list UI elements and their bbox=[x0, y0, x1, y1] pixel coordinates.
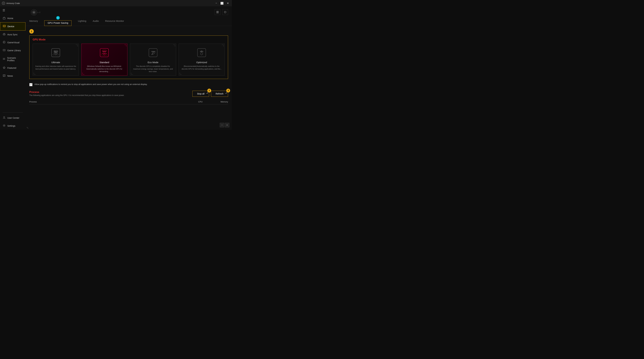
ultimate-icon: GPU bbox=[49, 46, 62, 59]
titlebar-left: R Armoury Crate bbox=[2, 1, 20, 5]
tab-gpu-power-saving[interactable]: c GPU Power Saving bbox=[44, 20, 72, 26]
gpu-card-eco-mode[interactable]: GPU Eco Mode The discrete GPU is complet… bbox=[130, 44, 176, 76]
notification-checkbox[interactable]: ✓ bbox=[29, 83, 32, 86]
stop-all-button[interactable]: Stop all 2 bbox=[192, 91, 209, 97]
header-icon-button-1[interactable] bbox=[215, 9, 220, 15]
process-title: Process bbox=[29, 91, 124, 94]
zoom-plus-button[interactable]: + bbox=[225, 123, 229, 127]
svg-marker-6 bbox=[3, 33, 5, 35]
device-icon bbox=[3, 25, 6, 28]
process-col-header-cpu: CPU bbox=[190, 101, 209, 103]
svg-text:R: R bbox=[3, 2, 4, 4]
sidebar-item-user-center[interactable]: User Center bbox=[0, 114, 26, 122]
notification-checkbox-label: Allow pop-up notifications to remind you… bbox=[34, 83, 147, 86]
stop-all-num: 2 bbox=[207, 89, 211, 92]
sidebar-label-featured: Featured bbox=[7, 67, 16, 69]
checkbox-check-mark: ✓ bbox=[30, 83, 32, 86]
process-header-right: Stop all 2 Refresh 3 bbox=[192, 91, 228, 97]
corner-tr-optimized bbox=[222, 45, 224, 47]
process-col-header-name: Process bbox=[29, 101, 190, 103]
svg-rect-35 bbox=[100, 48, 108, 57]
gpu-card-optimized[interactable]: GPU Optimized [Recommended] Automaticall… bbox=[179, 44, 225, 76]
svg-rect-40 bbox=[149, 48, 157, 57]
aura-sync-icon bbox=[2, 33, 6, 36]
corner-tr-ultimate bbox=[76, 45, 78, 47]
sidebar-item-news[interactable]: News bbox=[0, 72, 26, 80]
minimize-button[interactable]: − bbox=[214, 1, 218, 5]
sidebar-label-aura-sync: Aura Sync bbox=[7, 33, 18, 36]
svg-text:GPU: GPU bbox=[103, 51, 106, 52]
close-button[interactable]: ✕ bbox=[226, 1, 230, 5]
eco-mode-card-name: Eco Mode bbox=[148, 61, 158, 64]
eco-mode-card-desc: The discrete GPU is completely disabled … bbox=[132, 65, 174, 73]
tab-resource-monitor[interactable]: Resource Monitor bbox=[105, 19, 124, 24]
process-col-header-memory: Memory bbox=[209, 101, 228, 103]
header-right bbox=[215, 9, 228, 15]
process-header: Process The following applications are u… bbox=[29, 91, 228, 97]
content-area: Memory c GPU Power Saving Lighting Audio… bbox=[26, 6, 232, 130]
titlebar-controls: − ⬜ ✕ bbox=[214, 1, 230, 5]
header-icon-button-2[interactable] bbox=[222, 9, 228, 15]
standard-card-desc: [Windows Default] Also known as MSHybrid… bbox=[84, 65, 126, 73]
sidebar-menu-icon[interactable]: ☰ bbox=[0, 6, 26, 14]
corner-bl-ultimate bbox=[34, 72, 36, 74]
tab-audio[interactable]: Audio bbox=[93, 19, 99, 24]
sidebar-bottom: User Center Settings bbox=[0, 111, 26, 130]
refresh-button[interactable]: Refresh 3 bbox=[211, 91, 228, 97]
gpu-mode-section-num: 1 bbox=[29, 29, 34, 33]
svg-point-20 bbox=[4, 116, 5, 118]
home-icon bbox=[2, 16, 6, 20]
sidebar: ☰ Home Device Aura Sync G bbox=[0, 6, 26, 130]
content-header bbox=[26, 6, 232, 16]
sidebar-item-scenario-profiles[interactable]: Scenario Profiles bbox=[0, 54, 26, 64]
gpu-mode-title: GPU Mode bbox=[33, 38, 225, 41]
titlebar-app-icon: R bbox=[2, 1, 5, 5]
gamevisual-icon bbox=[2, 41, 6, 44]
zoom-minus-button[interactable]: − bbox=[220, 123, 224, 127]
svg-point-7 bbox=[4, 34, 4, 35]
sidebar-label-game-library: Game Library bbox=[7, 49, 21, 52]
sidebar-label-scenario-profiles: Scenario Profiles bbox=[7, 57, 23, 62]
sidebar-item-home[interactable]: Home bbox=[0, 14, 26, 22]
svg-rect-2 bbox=[3, 18, 5, 19]
sidebar-item-featured[interactable]: Featured bbox=[0, 64, 26, 72]
maximize-button[interactable]: ⬜ bbox=[220, 1, 224, 5]
game-library-icon bbox=[2, 49, 6, 52]
sidebar-item-device[interactable]: Device bbox=[0, 22, 26, 30]
gpu-cards: GPU Ultimate Gaming and other intensive … bbox=[33, 44, 225, 76]
rog-logo bbox=[29, 8, 40, 16]
sidebar-divider bbox=[2, 112, 23, 113]
sidebar-label-news: News bbox=[7, 75, 13, 77]
svg-rect-29 bbox=[218, 11, 218, 13]
svg-point-45 bbox=[200, 53, 203, 55]
corner-bl-standard bbox=[82, 72, 84, 74]
gpu-card-standard[interactable]: GPU Standard [Windows Default] Also know… bbox=[82, 44, 128, 76]
svg-rect-30 bbox=[224, 11, 226, 13]
main-content: 1 GPU Mode GPU bbox=[26, 26, 232, 130]
gpu-card-ultimate[interactable]: GPU Ultimate Gaming and other intensive … bbox=[33, 44, 79, 76]
sidebar-label-home: Home bbox=[7, 17, 13, 19]
standard-card-name: Standard bbox=[100, 61, 109, 64]
sidebar-item-game-library[interactable]: Game Library bbox=[0, 46, 26, 54]
eco-mode-icon: GPU bbox=[147, 46, 160, 59]
corner-tr-eco bbox=[173, 45, 175, 47]
ultimate-card-name: Ultimate bbox=[51, 61, 60, 64]
stop-all-label: Stop all bbox=[197, 92, 204, 95]
settings-icon bbox=[2, 124, 6, 128]
sidebar-label-user-center: User Center bbox=[7, 117, 19, 119]
tab-lighting[interactable]: Lighting bbox=[78, 19, 86, 24]
sidebar-item-settings[interactable]: Settings bbox=[0, 122, 26, 130]
tab-memory[interactable]: Memory bbox=[29, 19, 38, 24]
corner-tr-standard bbox=[124, 45, 126, 47]
sidebar-item-aura-sync[interactable]: Aura Sync bbox=[0, 30, 26, 38]
resize-handle[interactable]: ⤡ bbox=[26, 126, 28, 129]
standard-icon: GPU bbox=[98, 46, 111, 59]
featured-icon bbox=[2, 66, 6, 70]
process-header-left: Process The following applications are u… bbox=[29, 91, 124, 96]
svg-rect-28 bbox=[216, 11, 217, 13]
refresh-label: Refresh bbox=[216, 92, 224, 95]
svg-point-34 bbox=[55, 53, 57, 55]
sidebar-item-gamevisual[interactable]: GameVisual bbox=[0, 38, 26, 46]
tab-badge: c bbox=[56, 16, 60, 19]
process-subtitle: The following applications are using the… bbox=[29, 94, 124, 96]
